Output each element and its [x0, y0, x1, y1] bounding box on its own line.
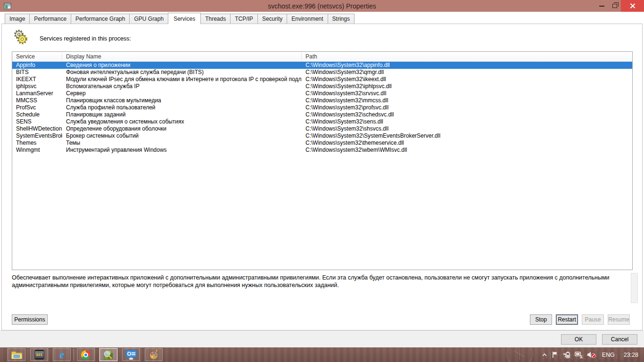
- service-row-MMCSS[interactable]: MMCSSПланировщик классов мультимедиаC:\W…: [12, 97, 632, 104]
- display-name-cell: Служба профилей пользователей: [62, 104, 302, 111]
- service-name-cell: ShellHWDetection: [12, 125, 62, 132]
- display-name-cell: Инструментарий управления Windows: [62, 147, 302, 154]
- taskbar-clock[interactable]: 23:28: [621, 352, 641, 358]
- path-cell: C:\Windows\System32\appinfo.dll: [302, 62, 632, 69]
- tab-services[interactable]: Services: [168, 13, 201, 24]
- volume-muted-icon[interactable]: [587, 351, 596, 358]
- service-row-SystemEventsBroker[interactable]: SystemEventsBrokerБрокер системных событ…: [12, 132, 632, 140]
- tab-image[interactable]: Image: [5, 14, 30, 24]
- taskbar-media-player-classic-icon[interactable]: 321: [30, 348, 48, 361]
- taskbar-paint-palette-icon[interactable]: [145, 348, 163, 361]
- display-name-cell: Темы: [62, 140, 302, 147]
- service-name-cell: SystemEventsBroker: [12, 132, 62, 140]
- power-battery-icon[interactable]: [563, 351, 570, 358]
- path-cell: C:\Windows\System32\iphlpsvc.dll: [302, 83, 632, 90]
- network-icon[interactable]: [575, 352, 583, 358]
- system-tray: ENG 23:28: [542, 347, 641, 362]
- path-cell: C:\Windows\system32\profsvc.dll: [302, 104, 632, 111]
- service-row-ShellHWDetection[interactable]: ShellHWDetectionОпределение оборудования…: [12, 125, 632, 132]
- table-body: AppinfoСведения о приложенииC:\Windows\S…: [12, 62, 632, 154]
- pause-button: Pause: [582, 314, 604, 325]
- taskbar: 321e Mercedes-Benz ENG 23:28: [0, 347, 644, 362]
- display-name-cell: Планировщик заданий: [62, 111, 302, 118]
- service-row-iphlpsvc[interactable]: iphlpsvcВспомогательная служба IPC:\Wind…: [12, 83, 632, 90]
- services-registered-label: Services registered in this process:: [40, 35, 131, 42]
- properties-window: svchost.exe:996 (netsvcs) Properties Ima…: [0, 0, 644, 347]
- description-scrollbar[interactable]: [631, 273, 638, 303]
- service-name-cell: Schedule: [12, 111, 62, 118]
- ok-button[interactable]: OK: [561, 334, 596, 345]
- resume-button: Resume: [608, 314, 630, 325]
- service-row-ProfSvc[interactable]: ProfSvcСлужба профилей пользователейC:\W…: [12, 104, 632, 111]
- taskbar-process-explorer-icon[interactable]: [99, 348, 117, 361]
- service-name-cell: LanmanServer: [12, 90, 62, 97]
- desktop: svchost.exe:996 (netsvcs) Properties Ima…: [0, 0, 644, 362]
- service-description: Обеспечивает выполнение интерактивных пр…: [12, 274, 626, 289]
- service-row-Schedule[interactable]: ScheduleПланировщик заданийC:\Windows\sy…: [12, 111, 632, 118]
- path-cell: C:\Windows\System32\sens.dll: [302, 118, 632, 125]
- display-name-cell: Планировщик классов мультимедиа: [62, 97, 302, 104]
- tab-performance[interactable]: Performance: [29, 14, 71, 24]
- close-icon: [630, 3, 635, 8]
- service-row-LanmanServer[interactable]: LanmanServerСерверC:\Windows\system32\sr…: [12, 90, 632, 97]
- restart-button[interactable]: Restart: [556, 314, 578, 325]
- service-name-cell: Themes: [12, 140, 62, 147]
- service-row-BITS[interactable]: BITSФоновая интеллектуальная служба пере…: [12, 69, 632, 76]
- path-cell: C:\Windows\System32\SystemEventsBrokerSe…: [302, 132, 632, 140]
- table-header: ServiceDisplay NamePath: [12, 52, 632, 62]
- path-cell: C:\Windows\system32\mmcss.dll: [302, 97, 632, 104]
- service-row-Themes[interactable]: ThemesТемыC:\Windows\system32\themeservi…: [12, 140, 632, 147]
- services-table[interactable]: ServiceDisplay NamePath AppinfoСведения …: [12, 51, 633, 270]
- tab-performance-graph[interactable]: Performance Graph: [71, 14, 130, 24]
- tab-gpu-graph[interactable]: GPU Graph: [129, 14, 168, 24]
- service-name-cell: MMCSS: [12, 97, 62, 104]
- taskbar-display-properties-icon[interactable]: [122, 348, 140, 361]
- stop-button[interactable]: Stop: [530, 314, 552, 325]
- path-cell: C:\Windows\System32\qmgr.dll: [302, 69, 632, 76]
- close-button[interactable]: [621, 0, 644, 12]
- dialog-footer: OK Cancel: [0, 330, 644, 347]
- display-name-cell: Вспомогательная служба IP: [62, 83, 302, 90]
- service-name-cell: iphlpsvc: [12, 83, 62, 90]
- path-cell: C:\Windows\system32\srvsvc.dll: [302, 90, 632, 97]
- service-row-SENS[interactable]: SENSСлужба уведомления о системных событ…: [12, 118, 632, 125]
- cancel-button[interactable]: Cancel: [602, 334, 637, 345]
- taskbar-divider: [74, 349, 74, 361]
- service-name-cell: Winmgmt: [12, 147, 62, 154]
- minimize-button[interactable]: [595, 0, 608, 12]
- column-header-display-name[interactable]: Display Name: [62, 52, 302, 61]
- tab-bar: ImagePerformancePerformance GraphGPU Gra…: [5, 12, 643, 24]
- show-hidden-icons-chevron-icon[interactable]: [542, 353, 547, 357]
- window-title: svchost.exe:996 (netsvcs) Properties: [0, 2, 644, 10]
- tab-security[interactable]: Security: [257, 14, 287, 24]
- path-cell: C:\Windows\System32\shsvcs.dll: [302, 125, 632, 132]
- column-header-path[interactable]: Path: [302, 52, 632, 61]
- taskbar-file-explorer-icon[interactable]: [8, 348, 25, 361]
- action-center-flag-icon[interactable]: [552, 351, 559, 358]
- taskbar-internet-explorer-icon[interactable]: e: [53, 348, 71, 361]
- restore-button[interactable]: [608, 0, 621, 12]
- column-header-service[interactable]: Service: [12, 52, 62, 61]
- service-row-IKEEXT[interactable]: IKEEXTМодули ключей IPsec для обмена клю…: [12, 76, 632, 83]
- taskbar-chrome-icon[interactable]: [77, 348, 95, 361]
- display-name-cell: Сведения о приложении: [62, 62, 302, 69]
- tab-threads[interactable]: Threads: [200, 14, 231, 24]
- window-icon: [4, 2, 11, 10]
- display-name-cell: Брокер системных событий: [62, 132, 302, 140]
- language-indicator[interactable]: ENG: [600, 352, 617, 358]
- tab-environment[interactable]: Environment: [287, 14, 328, 24]
- display-name-cell: Модули ключей IPsec для обмена ключами в…: [62, 76, 302, 83]
- path-cell: C:\Windows\system32\wbem\WMIsvc.dll: [302, 147, 632, 154]
- service-row-Appinfo[interactable]: AppinfoСведения о приложенииC:\Windows\S…: [12, 62, 632, 69]
- service-row-Winmgmt[interactable]: WinmgmtИнструментарий управления Windows…: [12, 147, 632, 154]
- taskbar-items: 321e: [8, 348, 163, 361]
- display-name-cell: Определение оборудования оболочки: [62, 125, 302, 132]
- services-tab-page: Services registered in this process: Ser…: [1, 24, 643, 330]
- display-name-cell: Фоновая интеллектуальная служба передачи…: [62, 69, 302, 76]
- permissions-button[interactable]: Permissions: [12, 314, 48, 325]
- service-name-cell: SENS: [12, 118, 62, 125]
- tab-tcpip[interactable]: TCP/IP: [230, 14, 258, 24]
- path-cell: C:\Windows\System32\ikeext.dll: [302, 76, 632, 83]
- service-name-cell: Appinfo: [12, 62, 62, 69]
- tab-strings[interactable]: Strings: [328, 14, 355, 24]
